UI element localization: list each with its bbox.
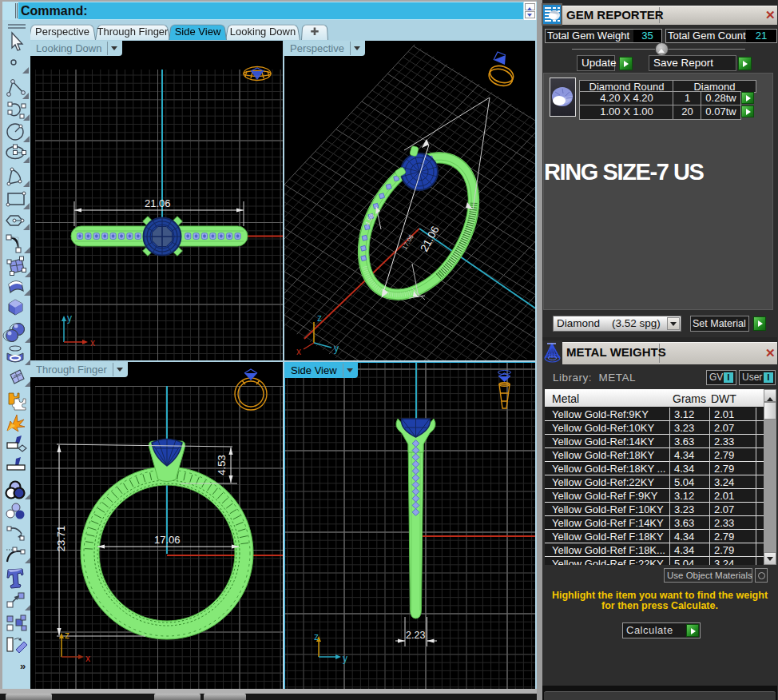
svg-text:z: z [317, 312, 322, 324]
svg-text:2.23: 2.23 [406, 630, 425, 641]
svg-text:17.06: 17.06 [154, 534, 181, 546]
svg-text:y: y [334, 343, 339, 354]
svg-text:x: x [85, 653, 90, 664]
svg-text:z: z [314, 631, 319, 642]
svg-text:23.71: 23.71 [55, 526, 67, 552]
svg-text:21.06: 21.06 [145, 197, 171, 209]
svg-text:z: z [65, 630, 69, 641]
svg-text:y: y [67, 312, 72, 324]
svg-text:21.06: 21.06 [418, 224, 441, 253]
svg-text:»: » [20, 660, 26, 672]
svg-text:x: x [296, 346, 301, 357]
svg-text:y: y [343, 653, 347, 664]
svg-text:4.53: 4.53 [216, 455, 228, 475]
svg-text:x: x [90, 337, 95, 348]
